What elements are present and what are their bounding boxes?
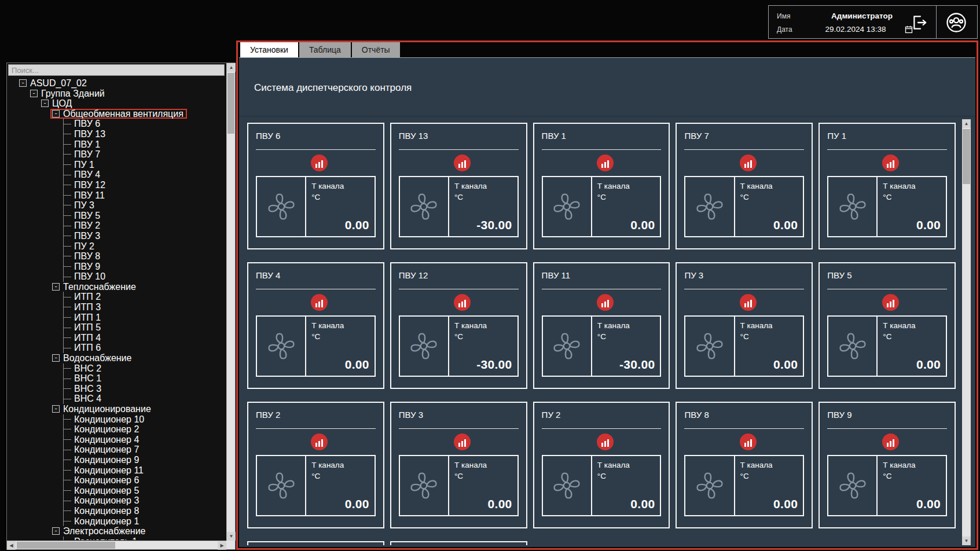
scroll-right-arrow-icon[interactable]: ▶ (218, 541, 226, 550)
tree-item[interactable]: ПВУ 11 (9, 190, 225, 201)
users-icon[interactable] (945, 11, 968, 34)
unit-card[interactable]: ПВУ 5 Т канала°С0.00 (818, 262, 956, 389)
scroll-down-arrow-icon[interactable]: ▼ (227, 532, 236, 541)
tree-item[interactable]: ИТП 6 (9, 343, 225, 353)
unit-card[interactable]: ПВУ 9 Т канала°С0.00 (818, 402, 956, 528)
tree-item[interactable]: ПВУ 9 (9, 262, 225, 272)
trend-chart-button[interactable] (311, 434, 328, 450)
tree-item[interactable]: ПВУ 8 (9, 251, 225, 262)
tree-expander-icon[interactable]: - (30, 90, 38, 97)
trend-chart-button[interactable] (882, 155, 899, 171)
unit-card[interactable]: ПВУ 7 Т канала°С0.00 (676, 123, 813, 249)
scrollbar-thumb[interactable] (227, 73, 234, 134)
tree-item[interactable]: Кондиционер 7 (9, 445, 225, 455)
unit-card[interactable]: ПУ 1 Т канала°С0.00 (818, 123, 956, 249)
tree-item[interactable]: ПУ 1 (9, 160, 225, 170)
trend-chart-button[interactable] (454, 155, 471, 171)
tree-item[interactable]: Кондиционер 2 (9, 424, 225, 435)
tree-item[interactable]: Кондиционер 5 (9, 486, 225, 496)
tab-2[interactable]: Отчёты (352, 42, 400, 57)
tab-0[interactable]: Установки (240, 42, 298, 57)
tree-item[interactable]: ПВУ 5 (9, 211, 225, 221)
search-input[interactable] (8, 64, 225, 76)
tree-item[interactable]: Расцепитель 1 (9, 537, 225, 540)
tree-item[interactable]: ИТП 1 (9, 313, 225, 323)
unit-card[interactable]: ПВУ 12 Т канала°С-30.00 (390, 262, 527, 389)
tree-item[interactable]: -ASUD_07_02 (9, 78, 225, 89)
trend-chart-button[interactable] (311, 155, 328, 171)
tree-item[interactable]: Кондиционер 11 (9, 465, 225, 476)
scroll-up-arrow-icon[interactable]: ▲ (962, 119, 971, 128)
unit-card[interactable]: ПВУ 2 Т канала°С0.00 (247, 402, 384, 528)
unit-card[interactable]: ПВУ 6 Т канала°С0.00 (247, 123, 384, 249)
tree-item[interactable]: -Электроснабжение (9, 526, 225, 537)
tree-item[interactable]: ПВУ 13 (9, 129, 225, 139)
trend-chart-button[interactable] (597, 434, 614, 450)
trend-chart-button[interactable] (882, 434, 899, 450)
tree-item[interactable]: ИТП 2 (9, 292, 225, 302)
tree-item[interactable]: ВНС 2 (9, 363, 225, 374)
tree-item[interactable]: ПВУ 12 (9, 180, 225, 190)
scroll-left-arrow-icon[interactable]: ◀ (7, 541, 16, 550)
tree-expander-icon[interactable]: - (52, 283, 60, 291)
tree-connector-icon (63, 414, 72, 425)
tree-item[interactable]: ПУ 3 (9, 200, 225, 211)
tree-item[interactable]: -Кондиционирование (9, 404, 225, 414)
tree-item[interactable]: ПВУ 3 (9, 231, 225, 241)
unit-card[interactable]: ПВУ 11 Т канала°С-30.00 (533, 262, 670, 389)
tree-item[interactable]: ПВУ 7 (9, 149, 225, 160)
trend-chart-button[interactable] (311, 294, 328, 311)
trend-chart-button[interactable] (597, 294, 614, 311)
trend-chart-button[interactable] (740, 155, 757, 171)
tree-expander-icon[interactable]: - (19, 79, 27, 87)
trend-chart-button[interactable] (740, 294, 757, 311)
trend-chart-button[interactable] (740, 434, 757, 450)
scrollbar-thumb[interactable] (17, 542, 115, 549)
scroll-down-arrow-icon[interactable]: ▼ (962, 537, 971, 545)
unit-card[interactable]: ПВУ 4 Т канала°С0.00 (247, 262, 384, 389)
tree-item[interactable]: ПУ 2 (9, 241, 225, 252)
tree-item[interactable]: ВНС 3 (9, 384, 225, 394)
tree-item[interactable]: -ЦОД (9, 98, 225, 109)
tree-item[interactable]: ПВУ 6 (9, 119, 225, 129)
unit-card[interactable]: ПВУ 8 Т канала°С0.00 (676, 402, 813, 528)
tree-item[interactable]: ИТП 3 (9, 302, 225, 313)
trend-chart-button[interactable] (882, 294, 899, 311)
unit-card[interactable]: ПУ 2 Т канала°С0.00 (533, 402, 670, 528)
trend-chart-button[interactable] (454, 434, 471, 450)
trend-chart-button[interactable] (454, 294, 471, 311)
tree-item[interactable]: Кондиционер 8 (9, 506, 225, 516)
tree-item[interactable]: ВНС 4 (9, 394, 225, 404)
unit-card[interactable]: ПВУ 3 Т канала°С0.00 (390, 402, 527, 528)
tree-item[interactable]: Кондиционер 6 (9, 475, 225, 486)
tab-1[interactable]: Таблица (299, 42, 351, 57)
tree-expander-icon[interactable]: - (52, 527, 60, 535)
tree-item[interactable]: ПВУ 10 (9, 271, 225, 282)
trend-chart-button[interactable] (597, 155, 614, 171)
tree-item[interactable]: Кондиционер 3 (9, 495, 225, 506)
tree-expander-icon[interactable]: - (52, 110, 60, 117)
tree-item[interactable]: ПВУ 1 (9, 139, 225, 150)
tree-item[interactable]: -Группа Зданий (9, 89, 225, 99)
logout-door-icon[interactable] (910, 13, 928, 32)
tree-item[interactable]: -Водоснабжение (9, 353, 225, 363)
unit-card[interactable]: ПВУ 1 Т канала°С0.00 (533, 123, 670, 249)
tree-item[interactable]: Кондиционер 10 (9, 414, 225, 425)
tree-item[interactable]: ПВУ 2 (9, 221, 225, 231)
unit-card[interactable]: ПУ 3 Т канала°С0.00 (676, 262, 813, 389)
tree-item[interactable]: Кондиционер 9 (9, 455, 225, 465)
tree-item[interactable]: Кондиционер 1 (9, 516, 225, 527)
tree-item[interactable]: Кондиционер 4 (9, 435, 225, 445)
scroll-up-arrow-icon[interactable]: ▲ (227, 63, 236, 72)
tree-item[interactable]: -Общеобменная вентиляция (9, 109, 225, 119)
tree-expander-icon[interactable]: - (52, 354, 60, 362)
tree-item[interactable]: ИТП 4 (9, 333, 225, 343)
tree-expander-icon[interactable]: - (52, 405, 60, 413)
tree-expander-icon[interactable]: - (41, 100, 49, 107)
tree-item[interactable]: -Теплоснабжение (9, 282, 225, 292)
tree-item[interactable]: ВНС 1 (9, 373, 225, 384)
tree-item[interactable]: ПВУ 4 (9, 170, 225, 180)
tree-item[interactable]: ИТП 5 (9, 322, 225, 333)
unit-card[interactable]: ПВУ 13 Т канала°С-30.00 (390, 123, 527, 249)
scrollbar-thumb[interactable] (963, 129, 970, 184)
